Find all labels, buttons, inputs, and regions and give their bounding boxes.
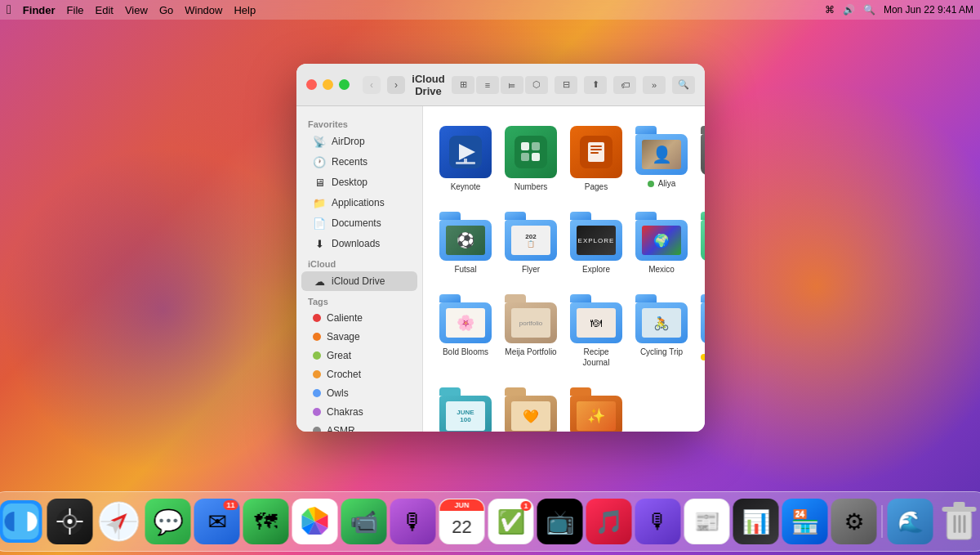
sidebar-item-tag-owls[interactable]: Owls (301, 384, 417, 402)
menu-file[interactable]: File (67, 4, 84, 16)
sidebar-item-documents[interactable]: 📄 Documents (301, 213, 417, 233)
tag-dot-chakras (313, 408, 321, 416)
sidebar-item-tag-chakras[interactable]: Chakras (301, 403, 417, 421)
files-grid: Keynote Numbers Pages (436, 119, 692, 432)
sidebar-item-airdrop[interactable]: 📡 AirDrop (301, 132, 417, 151)
sidebar-item-downloads[interactable]: ⬇ Downloads (301, 234, 417, 253)
applications-icon: 📁 (313, 196, 326, 209)
dock-icon-music[interactable]: 🎵 (586, 499, 632, 544)
menu-window[interactable]: Window (185, 4, 222, 16)
file-item-futsal[interactable]: ⚽ Futsal (436, 205, 495, 281)
dock-icon-podcasts[interactable]: 🎙 (635, 499, 681, 544)
column-view-button[interactable]: ⫢ (501, 76, 523, 94)
action-button[interactable]: ⬆ (584, 76, 607, 94)
file-item-mududon[interactable]: MUD+UDON MUD+Udon (697, 119, 705, 199)
file-item-explore[interactable]: EXPLORE Explore (567, 205, 626, 281)
file-item-mexico[interactable]: 🌍 Mexico (632, 205, 691, 281)
reminders-badge: 1 (520, 501, 531, 511)
svg-point-21 (68, 519, 73, 524)
more-button[interactable]: » (643, 76, 666, 94)
dock-icon-finder[interactable] (0, 499, 44, 544)
menubar-right: ⌘ 🔊 🔍 Mon Jun 22 9:41 AM (825, 4, 973, 16)
sidebar-item-tag-caliente[interactable]: Caliente (301, 309, 417, 327)
minimize-button[interactable] (323, 79, 333, 90)
sidebar-item-desktop[interactable]: 🖥 Desktop (301, 172, 417, 192)
dock: 💬 ✉ 11 🗺 📹 🎙 JUN 22 ✅ 1 📺 🎵 🎙 (0, 491, 980, 552)
file-item-cyclingtrip[interactable]: 🚴 Cycling Trip (632, 288, 691, 374)
tag-label-asmr: ASMR (327, 425, 355, 432)
tag-label-crochet: Crochet (327, 369, 361, 380)
search-button[interactable]: 🔍 (672, 76, 695, 94)
dock-icon-safari[interactable] (96, 499, 142, 544)
file-item-boldblooms[interactable]: 🌸 Bold Blooms (436, 288, 495, 374)
pages-label: Pages (585, 181, 608, 192)
finder-toolbar: ‹ › iCloud Drive ⊞ ≡ ⫢ ⬡ ⊟ ⬆ 🏷 » 🔍 (296, 64, 705, 106)
dock-icon-messages[interactable]: 💬 (145, 499, 191, 544)
dock-icon-podcasts-app[interactable]: 🎙 (390, 499, 436, 544)
dock-icon-photos[interactable] (292, 499, 338, 544)
file-item-pages[interactable]: Pages (567, 119, 626, 199)
dock-icon-maps[interactable]: 🗺 (243, 499, 289, 544)
sidebar-item-applications[interactable]: 📁 Applications (301, 193, 417, 213)
dock-icon-appstore[interactable]: 🏪 (782, 499, 828, 544)
file-item-flyer[interactable]: 202📋 Flyer (501, 205, 560, 281)
search-icon[interactable]: 🔍 (863, 4, 875, 16)
file-item-meijaportfolio[interactable]: portfolio Meija Portfolio (501, 288, 560, 374)
file-item-currentstyles[interactable]: ✨ Current Styles (567, 381, 626, 432)
dock-icon-calendar[interactable]: JUN 22 (439, 499, 485, 544)
file-item-keynote[interactable]: Keynote (436, 119, 495, 199)
close-button[interactable] (306, 79, 317, 90)
wifi-icon[interactable]: ⌘ (825, 4, 835, 16)
app-name[interactable]: Finder (23, 4, 56, 16)
menu-help[interactable]: Help (234, 4, 256, 16)
maximize-button[interactable] (339, 79, 350, 90)
splash-folder: 💧 (701, 212, 705, 261)
dock-icon-mail[interactable]: ✉ 11 (194, 499, 240, 544)
dock-icon-systemprefs[interactable]: ⚙ (831, 499, 877, 544)
file-item-aliya[interactable]: 👤 Aliya (632, 119, 691, 199)
dock-icon-arcade[interactable]: 📊 (733, 499, 779, 544)
menu-go[interactable]: Go (159, 4, 173, 16)
svg-rect-11 (590, 145, 602, 147)
colorstudy-name-row: Color Study (701, 347, 705, 368)
apple-menu[interactable]:  (7, 2, 11, 17)
dock-icon-reminders[interactable]: ✅ 1 (488, 499, 534, 544)
sidebar-item-icloud-drive[interactable]: ☁ iCloud Drive (301, 271, 417, 291)
explore-label: Explore (582, 264, 610, 275)
dock-icon-appletv[interactable]: 📺 (537, 499, 583, 544)
sidebar-item-tag-asmr[interactable]: ASMR (301, 422, 417, 432)
sort-button[interactable]: ⊟ (555, 76, 577, 94)
sidebar-item-tag-great[interactable]: Great (301, 347, 417, 365)
dock-icon-stack[interactable]: 🌊 (888, 499, 933, 544)
bg-decoration-3 (0, 146, 327, 473)
forward-button[interactable]: › (387, 76, 405, 94)
back-button[interactable]: ‹ (363, 76, 381, 94)
volume-icon[interactable]: 🔊 (843, 4, 855, 16)
tag-label-chakras: Chakras (327, 406, 363, 418)
sidebar-item-tag-savage[interactable]: Savage (301, 328, 417, 346)
numbers-icon (505, 126, 557, 178)
sidebar: Favorites 📡 AirDrop 🕐 Recents 🖥 Desktop … (296, 106, 423, 432)
file-item-numbers[interactable]: Numbers (501, 119, 560, 199)
menu-view[interactable]: View (125, 4, 148, 16)
recents-icon: 🕐 (313, 155, 326, 168)
dock-icon-news[interactable]: 📰 (684, 499, 730, 544)
file-item-colorcollection[interactable]: 🧡 Color Collection (501, 381, 560, 432)
file-item-junepressrelease[interactable]: JUNE100 June Press Release (436, 381, 495, 432)
file-item-recipejournal[interactable]: 🍽 Recipe Journal (567, 288, 626, 374)
file-item-splash[interactable]: 💧 Splash (697, 205, 705, 281)
list-view-button[interactable]: ≡ (476, 76, 499, 94)
tag-button[interactable]: 🏷 (613, 76, 636, 94)
dock-icon-trash[interactable] (937, 499, 981, 544)
dock-icon-facetime[interactable]: 📹 (341, 499, 387, 544)
icon-view-button[interactable]: ⊞ (452, 76, 474, 94)
sidebar-item-recents[interactable]: 🕐 Recents (301, 152, 417, 172)
sidebar-item-tag-crochet[interactable]: Crochet (301, 365, 417, 383)
svg-rect-5 (521, 142, 529, 150)
explore-folder: EXPLORE (570, 212, 622, 261)
tag-dot-savage (313, 333, 321, 341)
menu-edit[interactable]: Edit (96, 4, 114, 16)
file-item-colorstudy[interactable]: 🎨 Color Study (697, 288, 705, 374)
dock-icon-launchpad[interactable] (47, 499, 93, 544)
gallery-view-button[interactable]: ⬡ (525, 76, 548, 94)
